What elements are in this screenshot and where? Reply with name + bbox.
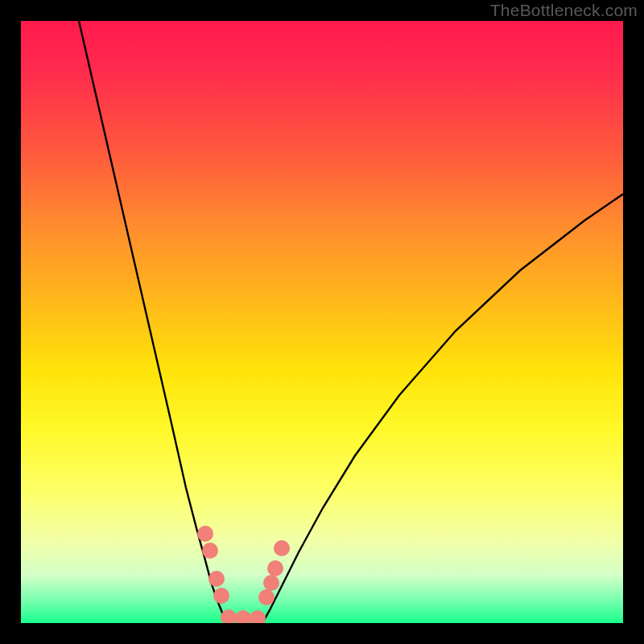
- data-marker: [213, 588, 229, 604]
- marker-layer: [197, 526, 290, 623]
- curve-right: [262, 194, 623, 623]
- watermark-text: TheBottleneck.com: [490, 1, 638, 20]
- data-marker: [258, 589, 275, 605]
- data-marker: [202, 543, 218, 559]
- chart-frame: TheBottleneck.com: [0, 0, 644, 644]
- data-marker: [250, 610, 266, 623]
- plot-area: [21, 21, 623, 623]
- data-marker: [221, 609, 237, 623]
- data-marker: [235, 610, 251, 623]
- data-marker: [208, 571, 225, 587]
- curve-layer: [21, 21, 623, 623]
- data-marker: [274, 540, 290, 556]
- data-marker: [263, 575, 279, 591]
- data-marker: [267, 560, 283, 576]
- data-marker: [197, 526, 213, 542]
